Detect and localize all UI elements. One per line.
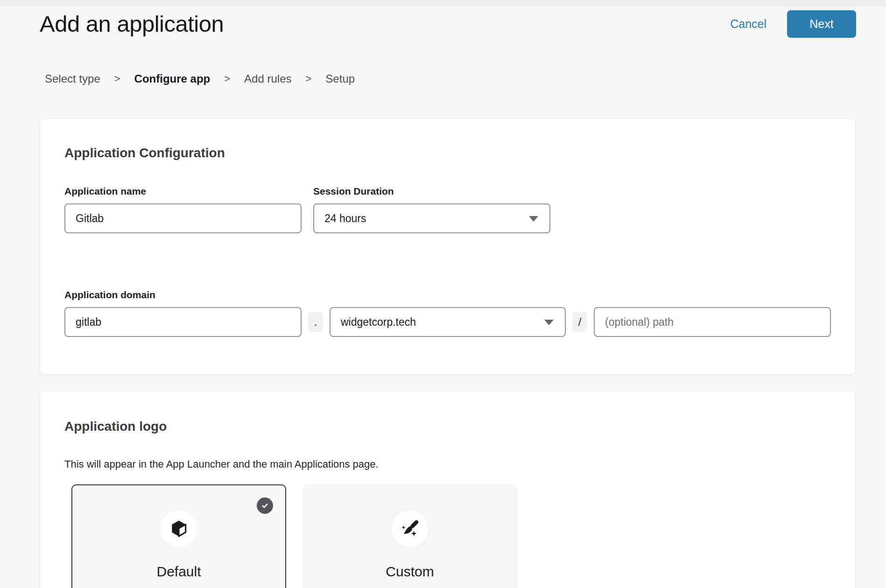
session-duration-field: Session Duration 24 hours — [313, 186, 550, 233]
breadcrumb-step-setup[interactable]: Setup — [325, 72, 355, 85]
logo-option-tiles: Default Custom — [71, 484, 831, 588]
subdomain-input[interactable] — [64, 307, 302, 337]
logo-heading: Application logo — [64, 419, 831, 434]
logo-option-label: Default — [156, 564, 201, 580]
session-duration-label: Session Duration — [313, 186, 550, 197]
application-name-label: Application name — [64, 186, 302, 197]
default-logo-circle — [161, 511, 197, 547]
application-logo-card: Application logo This will appear in the… — [40, 391, 856, 588]
domain-select-value: widgetcorp.tech — [341, 316, 416, 329]
application-name-input[interactable] — [64, 203, 302, 233]
path-input[interactable] — [594, 307, 831, 337]
breadcrumb: Select type > Configure app > Add rules … — [45, 72, 886, 85]
dot-separator: . — [308, 312, 323, 332]
breadcrumb-separator: > — [114, 73, 120, 85]
breadcrumb-step-add-rules[interactable]: Add rules — [244, 72, 291, 85]
caret-down-icon — [544, 320, 554, 325]
cube-icon — [169, 518, 189, 539]
breadcrumb-separator: > — [224, 73, 230, 85]
application-name-field: Application name — [64, 186, 302, 233]
check-icon — [260, 501, 269, 510]
application-domain-label: Application domain — [64, 289, 831, 301]
header-actions: Cancel Next — [730, 10, 856, 38]
breadcrumb-step-select-type[interactable]: Select type — [45, 72, 100, 85]
logo-option-default[interactable]: Default — [71, 484, 286, 588]
domain-select[interactable]: widgetcorp.tech — [330, 307, 566, 337]
slash-separator: / — [572, 312, 587, 332]
logo-option-custom[interactable]: Custom — [302, 484, 517, 588]
session-duration-value: 24 hours — [324, 212, 366, 225]
next-button[interactable]: Next — [787, 10, 856, 38]
configuration-heading: Application Configuration — [64, 146, 831, 161]
cancel-button[interactable]: Cancel — [730, 17, 766, 31]
top-edge-strip — [0, 0, 886, 6]
application-domain-row: . widgetcorp.tech / — [64, 301, 831, 337]
paintbrush-icon — [400, 518, 420, 539]
application-configuration-card: Application Configuration Application na… — [40, 118, 856, 375]
breadcrumb-step-configure-app[interactable]: Configure app — [134, 72, 211, 85]
logo-option-label: Custom — [386, 564, 434, 580]
name-duration-row: Application name Session Duration 24 hou… — [64, 186, 831, 233]
custom-logo-circle — [392, 511, 428, 547]
breadcrumb-separator: > — [306, 73, 312, 85]
selected-check-badge — [257, 497, 273, 514]
logo-description: This will appear in the App Launcher and… — [64, 458, 831, 470]
caret-down-icon — [529, 216, 538, 222]
page-title: Add an application — [40, 12, 224, 37]
page-header: Add an application Cancel Next — [0, 6, 886, 38]
session-duration-select[interactable]: 24 hours — [313, 203, 550, 233]
